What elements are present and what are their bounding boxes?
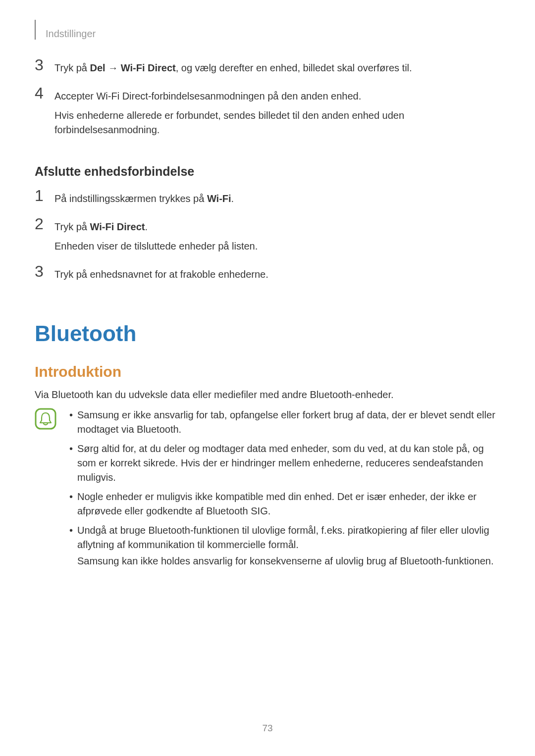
intro-paragraph: Via Bluetooth kan du udveksle data eller… [35, 388, 500, 402]
note-block: Samsung er ikke ansvarlig for tab, opfan… [35, 408, 500, 573]
step-number: 3 [35, 57, 54, 73]
disconnect-step: 2Tryk på Wi-Fi Direct.Enheden viser de t… [35, 216, 500, 258]
note-bullet: Samsung er ikke ansvarlig for tab, opfan… [66, 408, 500, 437]
step-body: Tryk på enhedsnavnet for at frakoble enh… [54, 263, 500, 287]
header-section-label: Indstillinger [46, 28, 96, 40]
step-number: 3 [35, 263, 54, 279]
note-bullet: Sørg altid for, at du deler og modtager … [66, 442, 500, 485]
step-body: Tryk på Wi-Fi Direct.Enheden viser de ti… [54, 216, 500, 258]
page-number: 73 [0, 723, 535, 734]
page-header: Indstillinger [35, 20, 500, 40]
disconnect-step: 1På indstillingsskærmen trykkes på Wi-Fi… [35, 188, 500, 211]
bell-note-icon [35, 408, 56, 430]
step-number: 4 [35, 85, 54, 101]
heading-bluetooth: Bluetooth [35, 321, 500, 346]
step-number: 2 [35, 216, 54, 232]
note-bullet: Undgå at bruge Bluetooth-funktionen til … [66, 523, 500, 568]
note-bullet-list: Samsung er ikke ansvarlig for tab, opfan… [66, 408, 500, 573]
heading-introduction: Introduktion [35, 363, 500, 380]
step-number: 1 [35, 188, 54, 203]
svg-rect-0 [36, 409, 55, 429]
subheading-disconnect: Afslutte enhedsforbindelse [35, 164, 500, 179]
note-bullet: Nogle enheder er muligvis ikke kompatibl… [66, 490, 500, 518]
wifi-direct-step: 4Accepter Wi-Fi Direct-forbindelsesanmod… [35, 85, 500, 142]
step-body: Accepter Wi-Fi Direct-forbindelsesanmodn… [54, 85, 500, 142]
step-body: På indstillingsskærmen trykkes på Wi-Fi. [54, 188, 500, 211]
step-body: Tryk på Del → Wi-Fi Direct, og vælg dere… [54, 57, 500, 80]
wifi-direct-step: 3Tryk på Del → Wi-Fi Direct, og vælg der… [35, 57, 500, 80]
disconnect-step: 3Tryk på enhedsnavnet for at frakoble en… [35, 263, 500, 287]
